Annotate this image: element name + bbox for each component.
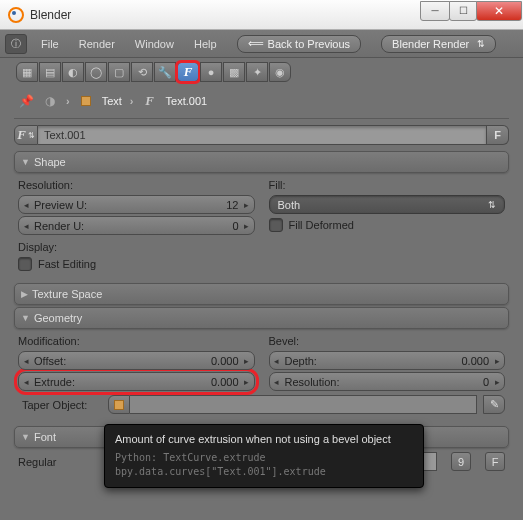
taper-object-label: Taper Object: xyxy=(18,399,108,411)
context-object-data-icon[interactable]: F xyxy=(177,62,199,82)
context-world-icon[interactable]: ◯ xyxy=(85,62,107,82)
font-fake-user-button[interactable]: F xyxy=(485,452,505,471)
preview-u-label: Preview U: xyxy=(31,199,87,211)
decrement-icon[interactable]: ◂ xyxy=(21,377,31,387)
offset-field[interactable]: ◂ Offset: 0.000 ▸ xyxy=(18,351,255,370)
decrement-icon[interactable]: ◂ xyxy=(272,356,282,366)
collapse-triangle-icon: ▼ xyxy=(21,313,30,323)
font-data-icon: F xyxy=(142,93,158,109)
pin-icon[interactable]: 📌 xyxy=(18,93,34,109)
context-modifiers-icon[interactable]: 🔧 xyxy=(154,62,176,82)
menu-file[interactable]: File xyxy=(31,38,69,50)
datablock-name-input[interactable]: Text.001 xyxy=(38,125,487,145)
panel-texture-space-header[interactable]: ▶ Texture Space xyxy=(14,283,509,305)
context-render-layers-icon[interactable]: ▤ xyxy=(39,62,61,82)
datablock-name-row: F⇅ Text.001 F xyxy=(14,125,509,145)
increment-icon[interactable]: ▸ xyxy=(492,356,502,366)
blender-logo-icon xyxy=(8,7,24,23)
depth-value: 0.000 xyxy=(317,355,492,367)
panel-geometry-title: Geometry xyxy=(34,312,82,324)
panel-texture-space-title: Texture Space xyxy=(32,288,102,300)
menu-render[interactable]: Render xyxy=(69,38,125,50)
tooltip-title: Amount of curve extrusion when not using… xyxy=(115,433,413,445)
bevel-depth-field[interactable]: ◂ Depth: 0.000 ▸ xyxy=(269,351,506,370)
extrude-label: Extrude: xyxy=(31,376,75,388)
panel-geometry-header[interactable]: ▼ Geometry xyxy=(14,307,509,329)
collapse-triangle-icon: ▼ xyxy=(21,432,30,442)
back-to-previous-button[interactable]: ⟸ Back to Previous xyxy=(237,35,362,53)
depth-label: Depth: xyxy=(282,355,317,367)
bevel-resolution-field[interactable]: ◂ Resolution: 0 ▸ xyxy=(269,372,506,391)
context-particles-icon[interactable]: ✦ xyxy=(246,62,268,82)
minimize-button[interactable]: ─ xyxy=(420,1,450,21)
increment-icon[interactable]: ▸ xyxy=(242,377,252,387)
extrude-field[interactable]: ◂ Extrude: 0.000 ▸ xyxy=(18,372,255,391)
panel-texture-space: ▶ Texture Space xyxy=(14,283,509,305)
fast-editing-label: Fast Editing xyxy=(38,258,96,270)
render-u-field[interactable]: ◂ Render U: 0 ▸ xyxy=(18,216,255,235)
render-engine-select[interactable]: Blender Render ⇅ xyxy=(381,35,496,53)
font-data-icon[interactable]: F⇅ xyxy=(14,125,38,145)
context-constraints-icon[interactable]: ⟲ xyxy=(131,62,153,82)
menu-help[interactable]: Help xyxy=(184,38,227,50)
fill-mode-select[interactable]: Both ⇅ xyxy=(269,195,506,214)
preview-u-value: 12 xyxy=(87,199,241,211)
datablock-breadcrumb: 📌 ◑ › Text › F Text.001 xyxy=(0,86,523,116)
menu-window[interactable]: Window xyxy=(125,38,184,50)
maximize-button[interactable]: ☐ xyxy=(449,1,477,21)
fill-deformed-label: Fill Deformed xyxy=(289,219,354,231)
increment-icon[interactable]: ▸ xyxy=(242,221,252,231)
increment-icon[interactable]: ▸ xyxy=(242,200,252,210)
checkbox-icon xyxy=(269,218,283,232)
taper-object-input[interactable] xyxy=(130,395,477,414)
decrement-icon[interactable]: ◂ xyxy=(21,221,31,231)
resolution-label: Resolution: xyxy=(18,179,255,191)
fill-deformed-checkbox[interactable]: Fill Deformed xyxy=(269,218,506,232)
increment-icon[interactable]: ▸ xyxy=(492,377,502,387)
panel-shape-title: Shape xyxy=(34,156,66,168)
fill-mode-value: Both xyxy=(278,199,301,211)
menubar: ⓘ File Render Window Help ⟸ Back to Prev… xyxy=(0,30,523,58)
scene-icon: ◑ xyxy=(42,93,58,109)
preview-u-field[interactable]: ◂ Preview U: 12 ▸ xyxy=(18,195,255,214)
chevron-updown-icon: ⇅ xyxy=(477,39,485,49)
decrement-icon[interactable]: ◂ xyxy=(21,200,31,210)
close-button[interactable]: ✕ xyxy=(476,1,522,21)
info-editor-icon[interactable]: ⓘ xyxy=(5,34,27,54)
eyedropper-icon[interactable]: ✎ xyxy=(483,395,505,414)
collapse-triangle-icon: ▶ xyxy=(21,289,28,299)
tooltip: Amount of curve extrusion when not using… xyxy=(104,424,424,488)
back-arrow-icon: ⟸ xyxy=(248,37,264,50)
context-object-icon[interactable]: ▢ xyxy=(108,62,130,82)
context-scene-icon[interactable]: ◐ xyxy=(62,62,84,82)
tooltip-python-line2: bpy.data.curves["Text.001"].extrude xyxy=(115,465,413,479)
decrement-icon[interactable]: ◂ xyxy=(272,377,282,387)
panel-shape-header[interactable]: ▼ Shape xyxy=(14,151,509,173)
separator-icon: › xyxy=(66,95,70,107)
fast-editing-checkbox[interactable]: Fast Editing xyxy=(18,257,255,271)
breadcrumb-data[interactable]: Text.001 xyxy=(166,95,208,107)
panel-font-title: Font xyxy=(34,431,56,443)
breadcrumb-object[interactable]: Text xyxy=(102,95,122,107)
modification-label: Modification: xyxy=(18,335,255,347)
bevel-resolution-value: 0 xyxy=(340,376,492,388)
tooltip-python-line1: Python: TextCurve.extrude xyxy=(115,451,413,465)
display-label: Display: xyxy=(18,241,255,253)
decrement-icon[interactable]: ◂ xyxy=(21,356,31,366)
fill-label: Fill: xyxy=(269,179,506,191)
panel-geometry: ▼ Geometry Modification: ◂ Offset: 0.000… xyxy=(14,307,509,424)
increment-icon[interactable]: ▸ xyxy=(242,356,252,366)
offset-value: 0.000 xyxy=(66,355,241,367)
taper-object-picker-icon[interactable] xyxy=(108,395,130,414)
fake-user-button[interactable]: F xyxy=(487,125,509,145)
context-texture-icon[interactable]: ▩ xyxy=(223,62,245,82)
object-cube-icon xyxy=(78,93,94,109)
context-material-icon[interactable]: ● xyxy=(200,62,222,82)
panel-shape: ▼ Shape Resolution: ◂ Preview U: 12 ▸ ◂ … xyxy=(14,151,509,281)
chevron-updown-icon: ⇅ xyxy=(488,200,496,210)
context-physics-icon[interactable]: ◉ xyxy=(269,62,291,82)
context-render-icon[interactable]: ▦ xyxy=(16,62,38,82)
render-u-value: 0 xyxy=(84,220,241,232)
font-users-count[interactable]: 9 xyxy=(451,452,471,471)
collapse-triangle-icon: ▼ xyxy=(21,157,30,167)
